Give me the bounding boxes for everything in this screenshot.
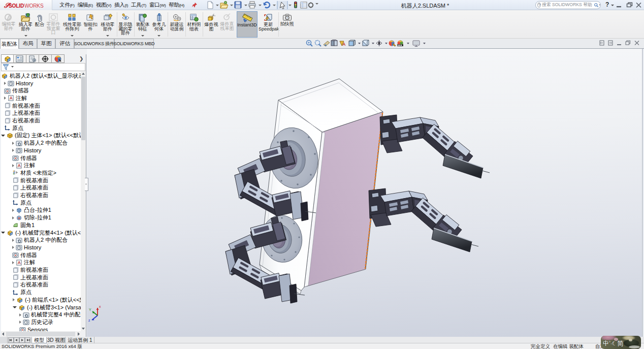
svg-text:x: x [99, 305, 101, 308]
svg-text:Y: Y [89, 308, 91, 311]
svg-text:A: A [10, 96, 13, 101]
svg-text:A: A [18, 260, 21, 265]
svg-text:SOLID: SOLID [9, 3, 24, 9]
svg-text:z: z [88, 319, 90, 322]
svg-text:WORKS: WORKS [24, 3, 44, 9]
svg-text:A: A [342, 42, 346, 47]
svg-text:A: A [18, 163, 21, 168]
